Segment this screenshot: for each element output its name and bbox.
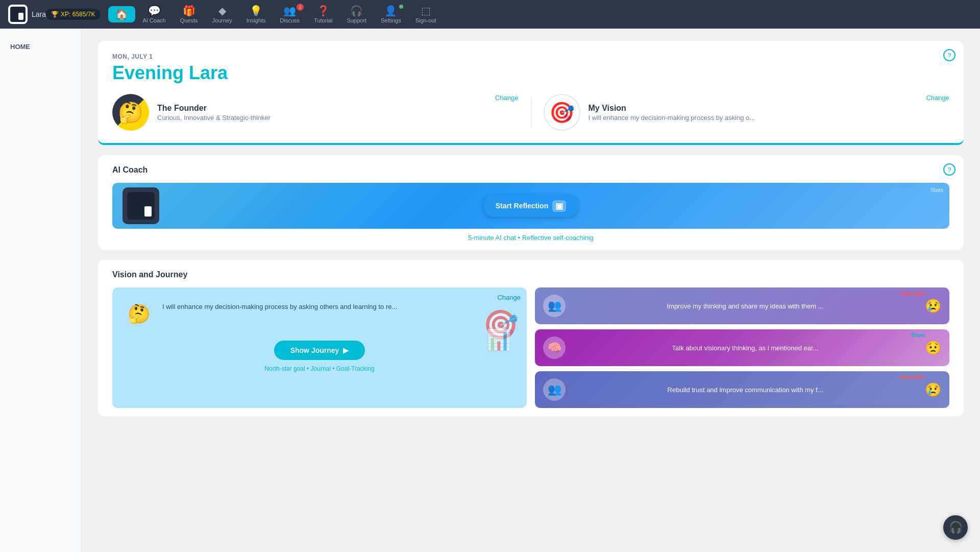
ai-coach-title: AI Coach — [112, 165, 949, 175]
journey-ladder-icon: 📊 — [486, 328, 511, 352]
discuss-badge: 2 — [297, 4, 304, 11]
xp-icon: 🏆 — [51, 11, 59, 18]
nav-item-ai-coach[interactable]: 💬 AI Coach — [135, 3, 173, 27]
vision-description: I will enhance my decision-making proces… — [589, 114, 755, 122]
nav-item-discuss[interactable]: 2 👥 Discuss — [273, 3, 307, 27]
journey-icon: ◆ — [218, 6, 226, 16]
nav-item-quests[interactable]: 🎁 Quests — [173, 3, 205, 27]
vision-card: Change 🎯 My Vision I will enhance my dec… — [544, 94, 950, 131]
journey-persona-avatar: 🤔 — [122, 298, 155, 330]
journey-card-1-icon: 👥 — [548, 299, 561, 313]
xp-badge: 🏆 XP: 6585/7K — [46, 9, 100, 20]
journey-vision-text: I will enhance my decision-making proces… — [162, 298, 517, 312]
journey-card-1[interactable]: 👥 Improve my thinking and share my ideas… — [535, 287, 949, 324]
nav-label-signout: Sign-out — [415, 17, 436, 23]
persona-name: The Founder — [157, 104, 271, 113]
headphone-float-button[interactable]: 🎧 — [943, 515, 968, 540]
journey-card-2-text: Talk about visionary thinking, as i ment… — [573, 344, 918, 352]
nav-item-insights[interactable]: 💡 Insights — [239, 3, 273, 27]
nav-item-tutorial[interactable]: ❓ Tutorial — [307, 3, 339, 27]
vision-journey-grid: Change 🤔 I will enhance my decision-maki… — [112, 287, 949, 408]
journey-links[interactable]: North-star goal • Journal • Goal-Trackin… — [122, 365, 517, 372]
show-journey-icon: ▶ — [343, 346, 349, 354]
vision-journey-title: Vision and Journey — [112, 270, 949, 279]
persona-card: Change 🤔 The Founder Curious, Innovative… — [112, 94, 519, 131]
date-label: MON, JULY 1 — [112, 53, 949, 60]
username-label: Lara — [32, 10, 46, 18]
vision-name: My Vision — [589, 104, 755, 113]
nav-label-quests: Quests — [180, 17, 198, 23]
app-logo — [8, 5, 28, 24]
tutorial-icon: ❓ — [317, 6, 330, 16]
nav-label-tutorial: Tutorial — [314, 17, 332, 23]
signout-icon: ⬚ — [421, 6, 431, 16]
discuss-icon: 👥 — [283, 6, 296, 16]
coach-logo — [122, 187, 159, 224]
start-reflection-label: Start Reflection — [496, 202, 548, 210]
show-journey-label: Show Journey — [290, 346, 339, 354]
persona-change-link[interactable]: Change — [495, 94, 519, 102]
vision-avatar: 🎯 — [544, 94, 580, 131]
journey-right-cards: 👥 Improve my thinking and share my ideas… — [535, 287, 949, 408]
nav-label-journey: Journey — [212, 17, 232, 23]
persona-info: The Founder Curious, Innovative & Strate… — [157, 104, 271, 122]
coach-logo-inner — [127, 192, 155, 220]
journey-card-3-icon: 👥 — [548, 383, 561, 396]
ai-coach-help-icon[interactable]: ? — [943, 163, 955, 176]
vision-info: My Vision I will enhance my decision-mak… — [589, 104, 755, 122]
settings-dot — [399, 5, 403, 9]
journey-card-1-mood: 😢 — [925, 298, 941, 314]
journey-persona-row: 🤔 I will enhance my decision-making proc… — [122, 298, 517, 330]
stats-label: Stats — [930, 187, 943, 193]
journey-card-2-mood: 😟 — [925, 340, 941, 356]
settings-icon: 👤 — [384, 6, 397, 16]
nav-item-settings[interactable]: 👤 Settings — [374, 3, 408, 27]
vision-change-link[interactable]: Change — [926, 94, 949, 102]
ai-coach-icon: 💬 — [148, 6, 161, 16]
nav-item-support[interactable]: 🎧 Support — [339, 3, 374, 27]
nav-item-journey[interactable]: ◆ Journey — [205, 3, 239, 27]
main-content: ? MON, JULY 1 Evening Lara Change 🤔 The … — [82, 29, 980, 552]
vision-journey-section: Vision and Journey Change 🤔 I will enhan… — [98, 260, 964, 416]
persona-avatar: 🤔 — [112, 94, 149, 131]
welcome-section: ? MON, JULY 1 Evening Lara Change 🤔 The … — [98, 41, 964, 145]
nav-item-signout[interactable]: ⬚ Sign-out — [408, 3, 444, 27]
journey-card-3-avatar: 👥 — [543, 378, 566, 401]
show-journey-btn-wrap: Show Journey ▶ — [122, 341, 517, 360]
top-nav: 🏠 💬 AI Coach 🎁 Quests ◆ Journey 💡 Insigh… — [108, 3, 443, 27]
journey-card-3-badge: Important! — [900, 374, 925, 380]
nav-item-home[interactable]: 🏠 — [108, 6, 135, 22]
home-icon: 🏠 — [115, 9, 128, 19]
insights-icon: 💡 — [250, 6, 262, 16]
quests-icon: 🎁 — [183, 6, 195, 16]
vision-emoji: 🎯 — [545, 95, 579, 130]
journey-card-3-mood: 😢 — [925, 382, 941, 398]
journey-change-link[interactable]: Change — [497, 294, 521, 301]
journey-left-card: Change 🤔 I will enhance my decision-maki… — [112, 287, 527, 408]
logo-area: Lara — [8, 5, 46, 24]
journey-card-1-text: Improve my thinking and share my ideas w… — [573, 302, 918, 310]
journey-card-3-text: Rebuild trust and improve communication … — [573, 386, 918, 394]
start-reflection-button[interactable]: Start Reflection ▣ — [483, 195, 578, 217]
journey-card-2-avatar: 🧠 — [543, 337, 566, 359]
ai-coach-section: AI Coach ? Stats Start Reflection ▣ 5-mi… — [98, 155, 964, 250]
card-divider — [531, 97, 531, 128]
greeting-text: Evening Lara — [112, 62, 949, 84]
journey-persona-emoji: 🤔 — [122, 298, 155, 330]
coach-subtitle: 5-minute AI chat • Reflective self-coach… — [112, 234, 949, 242]
coach-banner: Stats Start Reflection ▣ — [112, 183, 949, 229]
persona-emoji: 🤔 — [112, 94, 149, 131]
journey-card-2[interactable]: 🧠 Talk about visionary thinking, as i me… — [535, 329, 949, 366]
journey-card-3[interactable]: 👥 Rebuild trust and improve communicatio… — [535, 371, 949, 408]
sidebar: HOME — [0, 29, 82, 552]
journey-card-1-avatar: 👥 — [543, 295, 566, 317]
persona-description: Curious, Innovative & Strategic-thinker — [157, 114, 271, 122]
welcome-help-icon[interactable]: ? — [943, 49, 955, 61]
sidebar-item-home[interactable]: HOME — [8, 39, 73, 55]
show-journey-button[interactable]: Show Journey ▶ — [274, 341, 365, 360]
reflection-btn-icon: ▣ — [552, 200, 566, 212]
page-body: HOME ? MON, JULY 1 Evening Lara Change 🤔… — [0, 0, 980, 552]
nav-label-support: Support — [347, 17, 366, 23]
nav-label-settings: Settings — [381, 17, 401, 23]
journey-card-2-icon: 🧠 — [548, 341, 561, 354]
